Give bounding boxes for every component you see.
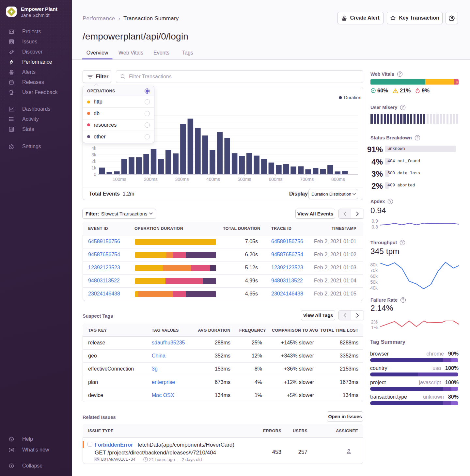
- svg-text:3k: 3k: [91, 152, 97, 157]
- svg-text:600ms: 600ms: [269, 177, 282, 182]
- svg-text:4k: 4k: [91, 146, 97, 151]
- svg-text:200ms: 200ms: [144, 177, 158, 182]
- svg-text:500ms: 500ms: [238, 177, 251, 182]
- svg-text:800ms: 800ms: [331, 177, 345, 182]
- svg-text:100ms: 100ms: [113, 177, 126, 182]
- svg-text:700ms: 700ms: [300, 177, 314, 182]
- svg-text:0: 0: [94, 172, 96, 177]
- svg-text:Duration: Duration: [344, 95, 361, 100]
- svg-text:2k: 2k: [91, 159, 97, 164]
- svg-text:1k: 1k: [91, 165, 97, 170]
- svg-text:400ms: 400ms: [206, 177, 220, 182]
- svg-text:300ms: 300ms: [175, 177, 189, 182]
